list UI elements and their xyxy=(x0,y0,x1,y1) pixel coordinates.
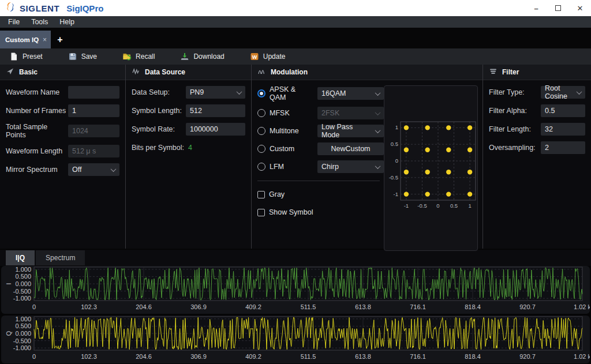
field-row: Oversampling: xyxy=(489,141,585,154)
field-row: Total Sample Points 1024 xyxy=(6,123,119,139)
symbol-length-input[interactable] xyxy=(186,104,245,117)
chevron-down-icon xyxy=(375,163,381,169)
mfsk-type-select: 2FSK xyxy=(317,107,384,119)
checkbox-row: Show Symbol xyxy=(257,206,380,219)
svg-text:306.9: 306.9 xyxy=(190,353,207,360)
panel-data-source: Data Source Data Setup: PN9 Symbol Lengt… xyxy=(126,65,252,249)
apsk-qam-radio[interactable] xyxy=(257,89,265,97)
svg-text:0: 0 xyxy=(32,303,36,310)
constellation-plot: -1-0.500.5110.50-0.5-1 xyxy=(384,85,478,251)
field-row: Filter Type: Root Cosine xyxy=(489,86,585,99)
lfm-type-select[interactable]: Chirp xyxy=(317,160,384,173)
download-button[interactable]: Download xyxy=(174,50,230,63)
show-symbol-checkbox[interactable] xyxy=(257,209,265,216)
maximize-button[interactable] xyxy=(547,0,569,16)
custom-radio[interactable] xyxy=(257,145,265,153)
modulation-option-row: MFSK 2FSK xyxy=(257,107,380,119)
svg-text:409.2: 409.2 xyxy=(245,353,261,360)
svg-text:1: 1 xyxy=(468,202,471,209)
menu-help[interactable]: Help xyxy=(54,17,80,27)
field-row: Symbol Length: xyxy=(132,104,245,117)
field-row: Mirror Spectrum Off xyxy=(6,163,119,176)
document-icon xyxy=(9,52,18,61)
filter-length-input[interactable] xyxy=(541,123,585,136)
filter-type-select[interactable]: Root Cosine xyxy=(541,86,585,99)
panel-title: Data Source xyxy=(145,68,185,76)
panel-title: Basic xyxy=(19,68,38,76)
svg-text:0.500: 0.500 xyxy=(15,273,31,280)
data-setup-select[interactable]: PN9 xyxy=(186,86,245,99)
multitone-mode-select[interactable]: Low Pass Mode xyxy=(317,125,384,137)
menubar: File Tools Help xyxy=(0,16,591,28)
svg-text:-0.5: -0.5 xyxy=(389,174,398,181)
svg-text:613.8: 613.8 xyxy=(355,353,371,360)
apsk-qam-type-select[interactable]: 16QAM xyxy=(317,87,384,100)
svg-text:818.4: 818.4 xyxy=(465,303,481,310)
svg-text:-1.000: -1.000 xyxy=(13,344,31,351)
total-sample-points-field: 1024 xyxy=(68,125,119,137)
save-button[interactable]: Save xyxy=(62,50,103,63)
symbol-rate-input[interactable] xyxy=(186,123,245,136)
field-row: Symbol Rate: xyxy=(132,123,245,136)
update-button[interactable]: W Update xyxy=(244,50,291,63)
svg-text:818.4: 818.4 xyxy=(465,353,481,360)
maximize-icon xyxy=(555,5,561,11)
panel-data-source-header: Data Source xyxy=(126,65,251,80)
svg-text:716.1: 716.1 xyxy=(410,353,426,360)
gray-checkbox[interactable] xyxy=(257,191,265,198)
svg-text:-1: -1 xyxy=(394,191,398,197)
tab-iq[interactable]: I|Q xyxy=(6,250,35,265)
svg-text:920.7: 920.7 xyxy=(519,353,536,360)
q-waveform-plot: 0102.3204.6306.9409.2511.5613.8716.1818.… xyxy=(1,316,590,363)
svg-text:409.2: 409.2 xyxy=(245,303,261,310)
chevron-down-icon xyxy=(375,110,381,115)
tab-spectrum[interactable]: Spectrum xyxy=(36,250,85,265)
number-of-frames-input[interactable] xyxy=(68,104,119,117)
panel-modulation-header: Modulation xyxy=(252,65,482,80)
svg-text:204.6: 204.6 xyxy=(136,353,152,360)
tab-close-icon[interactable]: × xyxy=(43,36,47,44)
i-waveform-plot: 0102.3204.6306.9409.2511.5613.8716.1818.… xyxy=(1,266,590,313)
tab-custom-iq[interactable]: Custom IQ × xyxy=(0,31,51,48)
q-waveform-panel: 0102.3204.6306.9409.2511.5613.8716.1818.… xyxy=(1,316,590,363)
waveform-icon xyxy=(132,67,140,77)
modulation-option-row: Multitone Low Pass Mode xyxy=(257,125,380,137)
svg-text:1.02 k: 1.02 k xyxy=(574,353,590,360)
mirror-spectrum-select[interactable]: Off xyxy=(68,163,119,176)
close-button[interactable]: ✕ xyxy=(569,0,591,16)
download-arrow-icon xyxy=(180,52,189,61)
siglent-logo-icon xyxy=(5,1,16,15)
panel-modulation: Modulation APSK & QAM 16QAM MFSK 2FSK xyxy=(252,65,483,249)
svg-text:0: 0 xyxy=(32,353,36,360)
preset-button[interactable]: Preset xyxy=(3,50,48,63)
mfsk-radio[interactable] xyxy=(257,109,265,117)
svg-text:0: 0 xyxy=(436,202,439,209)
modulation-option-row: Custom NewCustom xyxy=(257,142,380,155)
svg-text:511.5: 511.5 xyxy=(301,303,316,310)
modulation-option-row: LFM Chirp xyxy=(257,160,380,173)
field-row: Number of Frames xyxy=(6,104,119,117)
lfm-radio[interactable] xyxy=(257,163,265,171)
svg-text:1.000: 1.000 xyxy=(15,316,31,322)
menu-file[interactable]: File xyxy=(2,17,25,27)
svg-text:716.1: 716.1 xyxy=(410,303,426,310)
minimize-button[interactable]: – xyxy=(525,0,547,16)
custom-name-field[interactable]: NewCustom xyxy=(317,142,384,155)
recall-button[interactable]: Recall xyxy=(117,50,160,63)
divider xyxy=(257,181,380,181)
svg-text:306.9: 306.9 xyxy=(190,303,207,310)
folder-recall-icon xyxy=(122,52,132,61)
chevron-down-icon xyxy=(111,166,117,172)
filter-alpha-input[interactable] xyxy=(541,104,585,117)
svg-text:-0.5: -0.5 xyxy=(417,202,427,209)
field-row: Waveform Length 512 μ s xyxy=(6,145,119,157)
waveform-name-input[interactable] xyxy=(68,86,119,99)
svg-text:-1.000: -1.000 xyxy=(13,295,31,302)
cursor-icon xyxy=(6,67,14,77)
menu-tools[interactable]: Tools xyxy=(25,17,54,27)
multitone-radio[interactable] xyxy=(257,127,265,135)
add-tab-button[interactable]: + xyxy=(51,31,69,48)
svg-text:0.5: 0.5 xyxy=(391,141,398,147)
modulation-options: APSK & QAM 16QAM MFSK 2FSK M xyxy=(257,85,380,251)
oversampling-input[interactable] xyxy=(541,141,585,154)
